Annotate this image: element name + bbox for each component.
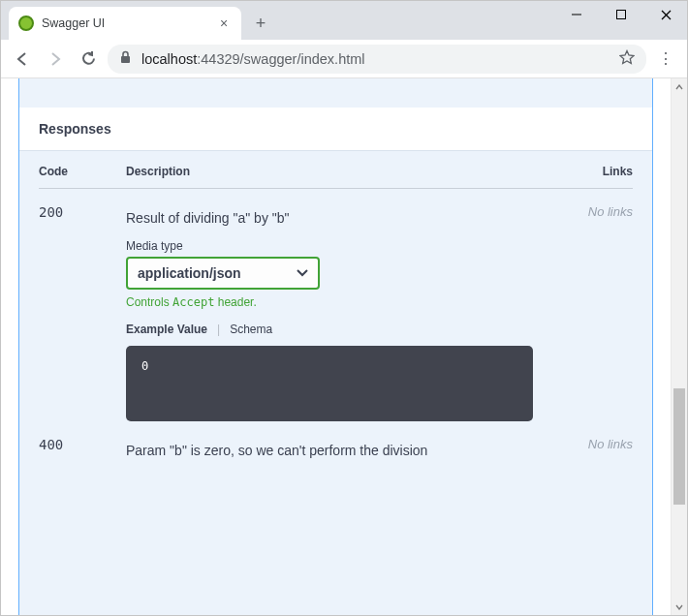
scroll-down-button[interactable] bbox=[672, 599, 687, 615]
svg-rect-4 bbox=[121, 56, 130, 63]
responses-header: Responses bbox=[19, 108, 652, 151]
bookmark-button[interactable] bbox=[619, 49, 635, 69]
minimize-icon bbox=[572, 10, 581, 19]
chevron-up-icon bbox=[675, 84, 683, 90]
close-icon bbox=[661, 10, 672, 20]
media-type-select[interactable]: application/json bbox=[126, 257, 320, 290]
response-row: 200 Result of dividing "a" by "b" Media … bbox=[39, 189, 633, 421]
response-links: No links bbox=[565, 437, 633, 472]
browser-window: Swagger UI × + localhost:44329/swagger/i… bbox=[0, 0, 688, 616]
url-path: /swagger/index.html bbox=[240, 51, 365, 67]
response-code: 400 bbox=[39, 437, 126, 472]
tab-title: Swagger UI bbox=[42, 16, 208, 30]
responses-table: Code Description Links 200 Result of div… bbox=[19, 151, 652, 491]
arrow-left-icon bbox=[14, 50, 31, 68]
back-button[interactable] bbox=[9, 46, 36, 73]
response-row: 400 Param "b" is zero, so we can't perfo… bbox=[39, 421, 633, 472]
example-value-box[interactable]: 0 bbox=[126, 346, 533, 421]
window-minimize-button[interactable] bbox=[554, 0, 599, 29]
new-tab-button[interactable]: + bbox=[247, 10, 274, 37]
col-header-code: Code bbox=[39, 165, 126, 178]
url-host: localhost bbox=[141, 51, 197, 67]
example-value-text: 0 bbox=[141, 359, 148, 373]
browser-tab[interactable]: Swagger UI × bbox=[9, 7, 241, 40]
opblock-spacer bbox=[19, 78, 652, 108]
response-desc-text: Param "b" is zero, so we can't perform t… bbox=[126, 443, 565, 458]
media-type-value: application/json bbox=[138, 265, 241, 281]
url-input[interactable]: localhost:44329/swagger/index.html bbox=[108, 45, 646, 74]
lock-icon bbox=[119, 50, 132, 67]
chevron-down-icon bbox=[675, 604, 683, 610]
swagger-page: Responses Code Description Links 200 Res… bbox=[1, 78, 671, 615]
response-desc-text: Result of dividing "a" by "b" bbox=[126, 210, 565, 226]
star-icon bbox=[619, 49, 635, 65]
tab-example-value[interactable]: Example Value bbox=[126, 323, 207, 336]
response-description: Result of dividing "a" by "b" Media type… bbox=[126, 204, 565, 421]
browser-menu-button[interactable]: ⋮ bbox=[652, 49, 679, 68]
media-type-hint: Controls Accept header. bbox=[126, 295, 565, 309]
response-code: 200 bbox=[39, 204, 126, 421]
tab-close-button[interactable]: × bbox=[216, 15, 232, 31]
forward-button[interactable] bbox=[42, 46, 69, 73]
col-header-description: Description bbox=[126, 165, 565, 178]
reload-icon bbox=[80, 50, 97, 67]
example-schema-tabs: Example Value | Schema bbox=[126, 323, 565, 336]
scroll-up-button[interactable] bbox=[672, 78, 687, 95]
swagger-favicon-icon bbox=[18, 15, 34, 31]
arrow-right-icon bbox=[47, 50, 64, 68]
maximize-icon bbox=[616, 10, 626, 19]
vertical-scrollbar[interactable] bbox=[671, 78, 687, 615]
operation-block: Responses Code Description Links 200 Res… bbox=[18, 78, 653, 615]
window-close-button[interactable] bbox=[643, 0, 688, 29]
window-controls bbox=[554, 0, 688, 29]
url-text: localhost:44329/swagger/index.html bbox=[141, 51, 365, 67]
tab-schema[interactable]: Schema bbox=[230, 323, 272, 336]
url-port: :44329 bbox=[197, 51, 239, 67]
scroll-thumb[interactable] bbox=[673, 388, 685, 505]
window-maximize-button[interactable] bbox=[599, 0, 643, 29]
response-links: No links bbox=[565, 204, 633, 421]
address-bar: localhost:44329/swagger/index.html ⋮ bbox=[1, 40, 687, 78]
tab-separator: | bbox=[217, 323, 220, 336]
responses-columns: Code Description Links bbox=[39, 165, 633, 189]
reload-button[interactable] bbox=[75, 46, 102, 73]
vertical-dots-icon: ⋮ bbox=[658, 50, 673, 67]
svg-rect-1 bbox=[617, 11, 626, 19]
response-description: Param "b" is zero, so we can't perform t… bbox=[126, 437, 565, 472]
col-header-links: Links bbox=[565, 165, 633, 178]
page-viewport: Responses Code Description Links 200 Res… bbox=[1, 78, 687, 615]
media-type-label: Media type bbox=[126, 239, 565, 253]
responses-heading: Responses bbox=[39, 121, 633, 137]
chevron-down-icon bbox=[297, 266, 308, 280]
